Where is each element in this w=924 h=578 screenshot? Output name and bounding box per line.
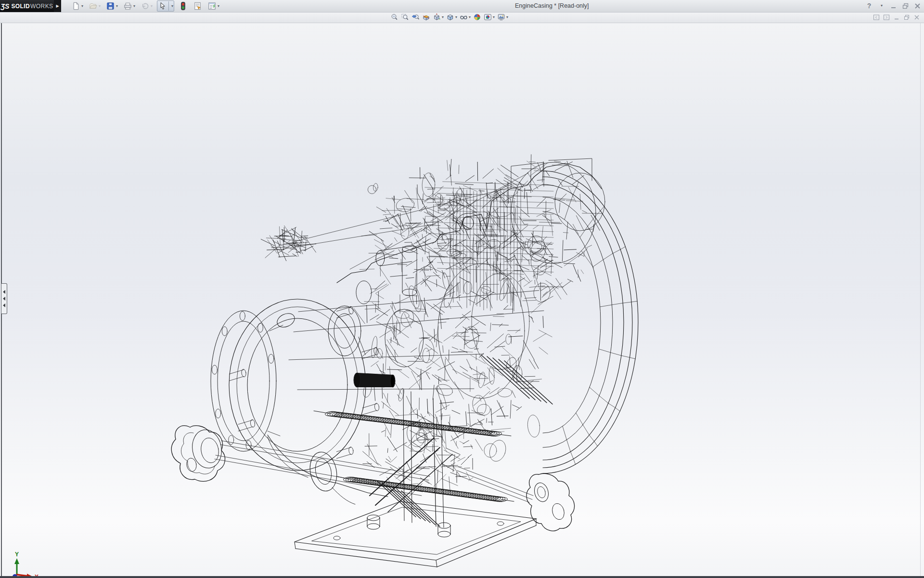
- open-button[interactable]: ▾: [88, 0, 102, 12]
- doc-minimize-icon: [893, 14, 900, 21]
- expand-pane-button[interactable]: [883, 14, 890, 21]
- doc-minimize-button[interactable]: [893, 14, 900, 21]
- rebuild-traffic-light-button[interactable]: [178, 0, 189, 12]
- doc-restore-button[interactable]: [903, 14, 910, 21]
- hide-show-items-dropdown-caret[interactable]: ▾: [469, 15, 471, 19]
- save-button[interactable]: ▾: [105, 0, 119, 12]
- zoom-area-icon: [401, 13, 409, 21]
- undo-button[interactable]: ▾: [140, 0, 154, 12]
- minimize-button[interactable]: [889, 1, 897, 10]
- display-style-button[interactable]: ▾: [446, 13, 458, 21]
- doc-close-button[interactable]: [913, 14, 920, 21]
- save-icon: [106, 1, 115, 11]
- display-style-dropdown-caret[interactable]: ▾: [455, 15, 457, 19]
- window-controls: ?▾: [865, 1, 921, 10]
- section-view-button[interactable]: [422, 13, 431, 21]
- select-dropdown-caret[interactable]: ▾: [171, 4, 173, 8]
- document-window-controls: [873, 14, 920, 21]
- zoom-to-fit-button[interactable]: [390, 13, 399, 21]
- view-settings-dropdown-caret[interactable]: ▾: [506, 15, 508, 19]
- help-icon: ?: [867, 2, 872, 10]
- options-button[interactable]: ▾: [206, 0, 220, 12]
- title-bar: ƷS SOLID WORKS ▶ ▾▾▾▾▾▾▾ EngineCasing * …: [0, 0, 924, 13]
- wireframe-model-engine-casing: Y X Z: [0, 23, 924, 578]
- print-button[interactable]: ▾: [122, 0, 136, 12]
- svg-text:Y: Y: [15, 551, 19, 558]
- doc-close-icon: [913, 14, 920, 21]
- hide-show-items-button[interactable]: ▾: [459, 13, 471, 21]
- ds-logo-icon: ƷS: [1, 2, 10, 10]
- expand-pane-icon: [883, 14, 890, 21]
- previous-view-button[interactable]: [411, 13, 420, 21]
- zoom-to-area-button[interactable]: [400, 13, 410, 21]
- status-bar-edge: [0, 576, 924, 578]
- view-orientation-button[interactable]: ▾: [432, 13, 444, 21]
- print-icon: [123, 1, 132, 11]
- view-settings-icon: [497, 13, 505, 21]
- main-toolbar: ▾▾▾▾▾▾▾: [70, 0, 220, 12]
- doc-restore-icon: [903, 14, 910, 21]
- options-dropdown-caret[interactable]: ▾: [218, 4, 219, 8]
- minimize-icon: [890, 2, 897, 10]
- display-style-icon: [446, 13, 454, 21]
- brand-name-light: WORKS: [30, 3, 53, 10]
- dropdown-caret-box[interactable]: ▾: [168, 1, 173, 11]
- view-orientation-dropdown-caret[interactable]: ▾: [442, 15, 444, 19]
- help-dropdown-caret: ▾: [881, 4, 883, 8]
- collapse-arrow-icon: [3, 290, 5, 294]
- headsup-view-toolbar: ▾▾▾▾▾: [390, 13, 509, 21]
- print-dropdown-caret[interactable]: ▾: [133, 4, 135, 8]
- apply-scene-button[interactable]: ▾: [483, 13, 495, 21]
- collapse-arrow-icon: [3, 297, 5, 301]
- collapse-arrow-icon: [3, 303, 5, 307]
- help-dropdown-button[interactable]: ▾: [877, 1, 885, 10]
- orientation-icon: [433, 13, 441, 21]
- scene-icon: [484, 13, 492, 21]
- brand-name-bold: SOLID: [11, 3, 30, 10]
- section-icon: [422, 13, 430, 21]
- file-properties-icon: [193, 1, 202, 11]
- menu-flyout-arrow[interactable]: ▶: [54, 0, 61, 12]
- restore-button[interactable]: [901, 1, 909, 10]
- select-button[interactable]: ▾: [157, 0, 174, 12]
- new-icon: [71, 1, 80, 11]
- new-document-button[interactable]: ▾: [70, 0, 84, 12]
- rebuild-icon: [179, 1, 188, 11]
- collapse-pane-button[interactable]: [873, 14, 880, 21]
- close-icon: [914, 2, 921, 10]
- collapse-pane-icon: [873, 14, 880, 21]
- select-icon: [158, 1, 167, 11]
- save-dropdown-caret[interactable]: ▾: [116, 4, 118, 8]
- edit-appearance-button[interactable]: [473, 13, 482, 21]
- undo-dropdown-caret[interactable]: ▾: [151, 4, 153, 8]
- help-button[interactable]: ?: [865, 1, 873, 10]
- options-icon: [207, 1, 217, 11]
- file-properties-button[interactable]: [192, 0, 203, 12]
- undo-icon: [141, 1, 150, 11]
- prev-view-icon: [411, 13, 420, 21]
- open-dropdown-caret[interactable]: ▾: [99, 4, 101, 8]
- zoom-fit-icon: [390, 13, 398, 21]
- hide-show-icon: [460, 13, 468, 21]
- apply-scene-dropdown-caret[interactable]: ▾: [493, 15, 495, 19]
- feature-tree-collapsed-tab[interactable]: [1, 283, 7, 314]
- view-settings-button[interactable]: ▾: [497, 13, 509, 21]
- appearance-icon: [473, 13, 481, 21]
- document-title: EngineCasing * [Read-only]: [515, 2, 589, 9]
- restore-icon: [902, 2, 909, 10]
- open-icon: [89, 1, 98, 11]
- solidworks-logo: ƷS SOLID WORKS: [0, 0, 54, 12]
- close-button[interactable]: [913, 1, 921, 10]
- new-document-dropdown-caret[interactable]: ▾: [81, 4, 83, 8]
- graphics-area[interactable]: Y X Z *Dimetric: [0, 23, 924, 578]
- window-right-border: [920, 23, 921, 576]
